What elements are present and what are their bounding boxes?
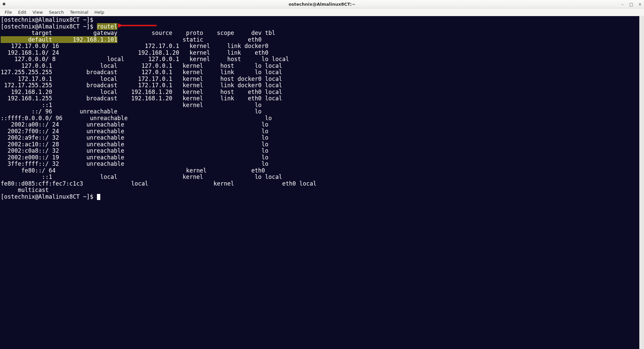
menu-view[interactable]: View: [30, 9, 46, 15]
terminal-content: [ostechnix@Almalinux8CT ~]$ [ostechnix@A…: [1, 17, 643, 200]
window-controls: – □ ×: [621, 0, 642, 8]
menubar: File Edit View Search Terminal Help: [0, 8, 644, 16]
close-button[interactable]: ×: [638, 2, 642, 7]
window-title: ostechnix@Almalinux8CT:~: [288, 2, 355, 7]
titlebar: ostechnix@Almalinux8CT:~ – □ ×: [0, 0, 644, 8]
terminal-scrollbar[interactable]: [639, 16, 644, 349]
window-app-icon: [3, 3, 5, 5]
minimize-button[interactable]: –: [621, 2, 625, 7]
menu-search[interactable]: Search: [46, 9, 67, 15]
terminal-viewport[interactable]: [ostechnix@Almalinux8CT ~]$ [ostechnix@A…: [0, 16, 644, 349]
maximize-button[interactable]: □: [629, 2, 633, 7]
menu-edit[interactable]: Edit: [15, 9, 29, 15]
menu-terminal[interactable]: Terminal: [67, 9, 91, 15]
menu-help[interactable]: Help: [92, 9, 107, 15]
menu-file[interactable]: File: [2, 9, 15, 15]
